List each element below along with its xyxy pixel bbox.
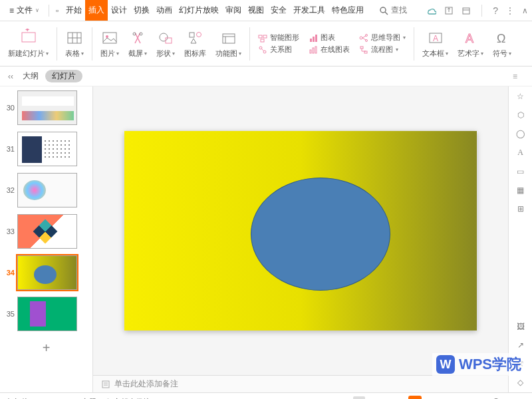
- tab-animation[interactable]: 动画: [153, 0, 176, 21]
- symbol-button[interactable]: Ω 符号▾: [490, 24, 514, 63]
- thumbnail-list[interactable]: 30 31 32 33 34 35 +: [0, 86, 92, 392]
- separator: [57, 27, 57, 61]
- slideshow-button[interactable]: ▶: [408, 396, 422, 400]
- collapse-ribbon-icon[interactable]: ∧: [522, 6, 528, 15]
- picture-button[interactable]: 图片▾: [98, 24, 122, 63]
- svg-rect-17: [190, 33, 194, 37]
- export-icon[interactable]: ↗: [517, 340, 524, 350]
- svg-rect-16: [166, 38, 172, 43]
- tab-home[interactable]: 开始: [63, 0, 85, 21]
- thumbnail-31[interactable]: 31: [3, 132, 90, 166]
- table-button[interactable]: 表格▾: [63, 24, 86, 63]
- slider-handle[interactable]: ◇: [517, 378, 523, 387]
- tab-insert[interactable]: 插入: [85, 0, 108, 21]
- right-panel: ☆ ⬡ ◯ A ▭ ▦ ⊞ 🖼 ↗ ⚒ ◇: [508, 86, 532, 392]
- tab-view[interactable]: 视图: [245, 0, 267, 21]
- svg-point-15: [160, 33, 168, 41]
- smartart-icon: [258, 33, 267, 43]
- select-tool-icon[interactable]: ☆: [517, 92, 524, 101]
- thumbnail-30[interactable]: 30: [3, 90, 90, 125]
- search[interactable]: 查找: [379, 5, 407, 16]
- svg-text:✦: ✦: [25, 29, 30, 33]
- svg-rect-37: [360, 47, 363, 49]
- statusbar: 幻灯片 34 / 35 Office 主题 文档未保护 ≡▾ ▭ ▦ ▯ ⊟ ▶…: [0, 392, 532, 399]
- tab-slideshow[interactable]: 幻灯片放映: [176, 0, 222, 21]
- tab-review[interactable]: 审阅: [222, 0, 245, 21]
- tab-dev[interactable]: 开发工具: [290, 0, 329, 21]
- svg-rect-30: [315, 35, 317, 42]
- align-tool-icon[interactable]: ⊞: [517, 204, 524, 213]
- collapse-sidebar-icon[interactable]: ‹‹: [8, 72, 13, 81]
- calendar-icon[interactable]: [462, 6, 471, 15]
- tab-special[interactable]: 特色应用: [329, 0, 367, 21]
- share-icon[interactable]: [444, 6, 454, 15]
- svg-rect-22: [259, 35, 262, 38]
- symbol-icon: Ω: [493, 29, 511, 47]
- main-area: 30 31 32 33 34 35 + 单击此处添加备注 ☆ ⬡ ◯ A ▭ ▦…: [0, 86, 532, 392]
- help-icon[interactable]: ?: [493, 5, 498, 16]
- ellipse-shape[interactable]: [251, 178, 390, 291]
- funcchart-icon: [219, 29, 238, 47]
- svg-line-1: [385, 12, 388, 15]
- outline-tab[interactable]: 大纲: [23, 70, 39, 82]
- thumbnail-32[interactable]: 32: [3, 173, 90, 207]
- svg-text:Ω: Ω: [497, 32, 505, 45]
- icons-button[interactable]: 图标库: [182, 24, 209, 63]
- wordart-button[interactable]: A 艺术字▾: [455, 24, 486, 63]
- wps-logo-icon: W: [436, 355, 455, 374]
- slide-panel: 30 31 32 33 34 35 +: [0, 86, 93, 392]
- picture-icon: [100, 29, 119, 47]
- shape-tool-icon[interactable]: ⬡: [517, 110, 524, 120]
- funcchart-button[interactable]: 功能图▾: [213, 24, 244, 63]
- more-icon[interactable]: ⋮: [506, 6, 514, 15]
- ribbon-tabs: 开始 插入 设计 切换 动画 幻灯片放映 审阅 视图 安全 开发工具 特色应用: [63, 0, 367, 21]
- svg-line-27: [261, 49, 264, 51]
- separator: [49, 5, 49, 17]
- online-chart-button[interactable]: 在线图表: [309, 45, 350, 55]
- add-slide-button[interactable]: +: [3, 338, 90, 358]
- svg-point-18: [196, 33, 201, 37]
- thumbnail-34[interactable]: 34: [3, 255, 90, 290]
- tab-transition[interactable]: 切换: [130, 0, 153, 21]
- mindmap-button[interactable]: 思维导图▾: [359, 33, 406, 43]
- svg-rect-3: [463, 8, 469, 14]
- shapes-icon: [156, 29, 175, 47]
- shapes-button[interactable]: 形状▾: [154, 24, 178, 63]
- screenshot-button[interactable]: 截屏▾: [126, 24, 150, 63]
- menubar: ≡文件∨ ▫ 开始 插入 设计 切换 动画 幻灯片放映 审阅 视图 安全 开发工…: [0, 0, 532, 21]
- textbox-button[interactable]: A 文本框▾: [420, 24, 451, 63]
- canvas-area: 单击此处添加备注: [93, 86, 508, 392]
- svg-rect-33: [315, 47, 317, 53]
- separator: [92, 27, 92, 61]
- tab-security[interactable]: 安全: [267, 0, 290, 21]
- diagram-group: 思维导图▾ 流程图▾: [356, 24, 408, 63]
- new-slide-button[interactable]: ✦ 新建幻灯片▾: [5, 24, 51, 63]
- svg-rect-29: [313, 37, 315, 42]
- current-slide[interactable]: [124, 131, 477, 331]
- svg-rect-5: [22, 33, 35, 42]
- panel-menu-icon[interactable]: ≡: [513, 72, 517, 81]
- slide-canvas[interactable]: [93, 86, 508, 375]
- more-tools-icon[interactable]: ▭: [517, 167, 524, 176]
- relation-button[interactable]: 关系图: [258, 45, 299, 55]
- text-tool-icon[interactable]: A: [517, 148, 523, 158]
- thumbnail-35[interactable]: 35: [3, 297, 90, 331]
- svg-rect-32: [313, 48, 314, 53]
- file-menu[interactable]: ≡文件∨: [4, 5, 45, 16]
- thumbnail-33[interactable]: 33: [3, 214, 90, 249]
- chart-button[interactable]: 图表: [309, 33, 350, 43]
- cloud-sync-icon[interactable]: [426, 5, 436, 16]
- save-icon[interactable]: ▫: [53, 6, 61, 15]
- notes-pane[interactable]: 单击此处添加备注: [93, 375, 508, 392]
- slides-tab[interactable]: 幻灯片: [45, 70, 82, 82]
- normal-view-icon[interactable]: ▭: [353, 396, 365, 399]
- line-tool-icon[interactable]: ◯: [516, 129, 525, 138]
- svg-rect-23: [263, 35, 267, 38]
- tab-design[interactable]: 设计: [108, 0, 130, 21]
- screenshot-icon: [128, 29, 147, 47]
- grid-tool-icon[interactable]: ▦: [517, 186, 524, 195]
- gallery-icon[interactable]: 🖼: [517, 322, 525, 331]
- flowchart-button[interactable]: 流程图▾: [359, 45, 406, 55]
- smartart-button[interactable]: 智能图形: [258, 33, 299, 43]
- svg-rect-28: [310, 39, 312, 42]
